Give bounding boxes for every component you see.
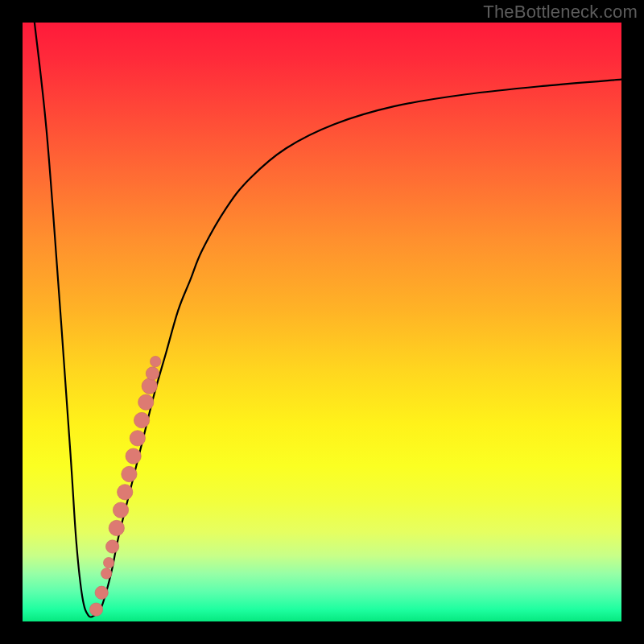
data-marker bbox=[95, 586, 108, 599]
data-marker bbox=[103, 557, 114, 568]
data-marker bbox=[126, 448, 141, 464]
data-marker bbox=[105, 540, 118, 553]
attribution-label: TheBottleneck.com bbox=[483, 2, 638, 23]
chart-overlay bbox=[23, 23, 621, 621]
marker-group bbox=[89, 356, 161, 616]
data-marker bbox=[138, 394, 154, 410]
data-marker bbox=[142, 378, 157, 394]
data-marker bbox=[146, 367, 159, 380]
data-marker bbox=[118, 485, 133, 500]
data-marker bbox=[89, 603, 102, 616]
data-marker bbox=[130, 431, 145, 446]
chart-frame: TheBottleneck.com bbox=[0, 0, 644, 644]
data-marker bbox=[150, 356, 160, 366]
plot-area bbox=[23, 23, 621, 621]
data-marker bbox=[113, 502, 128, 518]
data-marker bbox=[109, 520, 124, 535]
data-marker bbox=[134, 412, 149, 427]
data-marker bbox=[122, 466, 137, 481]
data-marker bbox=[101, 568, 111, 579]
